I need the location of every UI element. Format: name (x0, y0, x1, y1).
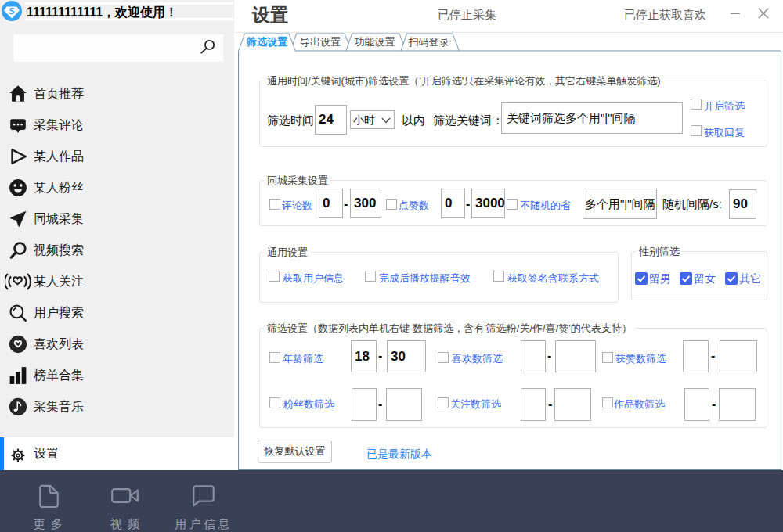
svg-text:筛选设置: 筛选设置 (246, 36, 287, 48)
svg-text:扫码登录: 扫码登录 (409, 36, 449, 48)
svg-text:S: S (9, 6, 15, 16)
svg-text:功能设置: 功能设置 (355, 36, 395, 48)
svg-text:导出设置: 导出设置 (300, 36, 341, 48)
